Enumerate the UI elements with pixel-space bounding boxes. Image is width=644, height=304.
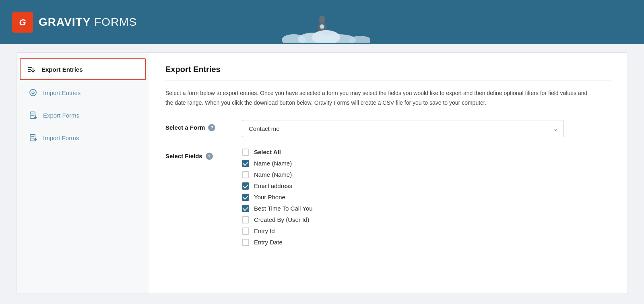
checkbox-select-all[interactable] bbox=[242, 149, 249, 156]
logo-icon: G bbox=[12, 12, 33, 33]
logo-text: GRAVITY FORMS bbox=[39, 16, 137, 29]
checkbox-item-select-all[interactable]: Select All bbox=[242, 149, 564, 156]
sidebar-label-import-forms: Import Forms bbox=[43, 134, 79, 141]
label-best-time: Best Time To Call You bbox=[254, 205, 313, 212]
select-fields-row: Select Fields ? Select All Name (Nam bbox=[165, 149, 611, 246]
export-forms-icon bbox=[29, 111, 37, 120]
select-form-help-icon[interactable]: ? bbox=[208, 124, 215, 131]
svg-point-4 bbox=[320, 25, 324, 28]
checkbox-best-time[interactable] bbox=[242, 205, 249, 212]
export-entries-icon bbox=[27, 65, 36, 74]
checkbox-item-email[interactable]: Email address bbox=[242, 182, 564, 190]
select-fields-label: Select Fields ? bbox=[165, 149, 230, 160]
import-entries-icon bbox=[29, 88, 37, 97]
header: G GRAVITY FORMS bbox=[0, 0, 644, 44]
svg-point-14 bbox=[312, 30, 340, 43]
label-email: Email address bbox=[254, 182, 292, 189]
checkbox-phone[interactable] bbox=[242, 194, 249, 201]
label-phone: Your Phone bbox=[254, 194, 285, 201]
checkbox-item-created-by[interactable]: Created By (User Id) bbox=[242, 216, 564, 223]
sidebar-item-export-entries[interactable]: Export Entries bbox=[20, 58, 146, 80]
main-wrapper: Export Entries Import Entries bbox=[8, 44, 636, 302]
logo: G GRAVITY FORMS bbox=[12, 12, 137, 33]
sidebar-label-export-entries: Export Entries bbox=[41, 66, 83, 73]
checkbox-item-phone[interactable]: Your Phone bbox=[242, 194, 564, 201]
label-entry-date: Entry Date bbox=[254, 239, 283, 246]
form-select[interactable]: Contact me bbox=[242, 120, 564, 137]
select-fields-control: Select All Name (Name) Name (Name) bbox=[242, 149, 564, 246]
sidebar: Export Entries Import Entries bbox=[17, 53, 149, 294]
description-text: Select a form below to export entries. O… bbox=[165, 89, 588, 108]
import-forms-icon bbox=[29, 133, 37, 142]
select-form-row: Select a Form ? Contact me ⌄ bbox=[165, 120, 611, 137]
clouds-svg bbox=[282, 29, 370, 43]
sidebar-item-import-forms[interactable]: Import Forms bbox=[21, 127, 145, 149]
checkbox-entry-id[interactable] bbox=[242, 227, 249, 235]
select-form-label: Select a Form ? bbox=[165, 120, 230, 131]
label-name-1: Name (Name) bbox=[254, 160, 292, 167]
select-all-label: Select All bbox=[254, 149, 281, 155]
checkbox-item-best-time[interactable]: Best Time To Call You bbox=[242, 205, 564, 212]
label-entry-id: Entry Id bbox=[254, 227, 275, 234]
checkbox-item-entry-date[interactable]: Entry Date bbox=[242, 239, 564, 246]
checkbox-name-1[interactable] bbox=[242, 160, 249, 167]
label-name-2: Name (Name) bbox=[254, 171, 292, 178]
svg-rect-25 bbox=[30, 134, 35, 141]
label-created-by: Created By (User Id) bbox=[254, 216, 310, 223]
main-content: Export Entries Select a form below to ex… bbox=[149, 53, 627, 294]
svg-text:G: G bbox=[19, 17, 26, 27]
sidebar-label-import-entries: Import Entries bbox=[43, 89, 80, 96]
page-title: Export Entries bbox=[165, 65, 611, 81]
checkbox-item-entry-id[interactable]: Entry Id bbox=[242, 227, 564, 235]
checkbox-email[interactable] bbox=[242, 182, 249, 190]
rocket-decoration bbox=[312, 16, 332, 44]
sidebar-label-export-forms: Export Forms bbox=[43, 112, 79, 119]
select-fields-help-icon[interactable]: ? bbox=[206, 153, 213, 160]
sidebar-item-export-forms[interactable]: Export Forms bbox=[21, 104, 145, 126]
checkbox-item-name-1[interactable]: Name (Name) bbox=[242, 160, 564, 167]
form-select-wrapper: Contact me ⌄ bbox=[242, 120, 564, 137]
content-area: Export Entries Import Entries bbox=[16, 52, 628, 294]
select-form-control: Contact me ⌄ bbox=[242, 120, 564, 137]
checkbox-name-2[interactable] bbox=[242, 171, 249, 178]
checkbox-created-by[interactable] bbox=[242, 216, 249, 223]
checkbox-item-name-2[interactable]: Name (Name) bbox=[242, 171, 564, 178]
sidebar-item-import-entries[interactable]: Import Entries bbox=[21, 82, 145, 103]
checkbox-list: Select All Name (Name) Name (Name) bbox=[242, 149, 564, 246]
checkbox-entry-date[interactable] bbox=[242, 239, 249, 246]
